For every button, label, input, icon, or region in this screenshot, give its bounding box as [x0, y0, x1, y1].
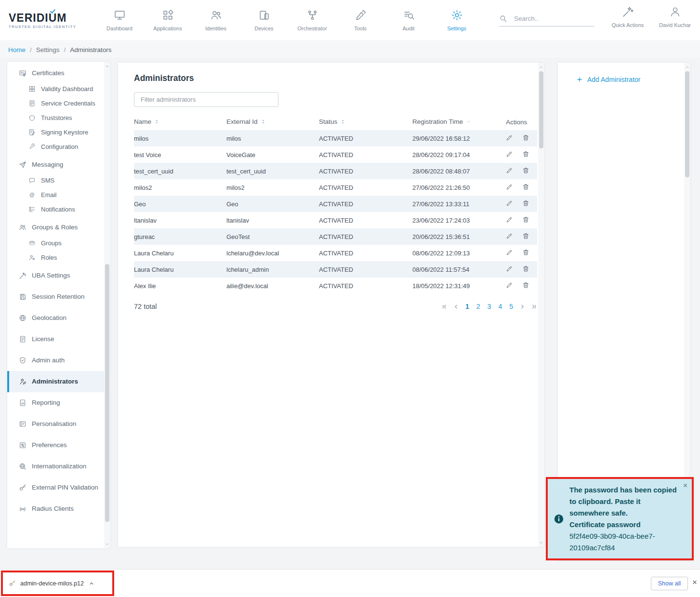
first-page-button[interactable] — [441, 304, 448, 310]
breadcrumb-current: Administrators — [70, 46, 111, 53]
sidebar-item-administrators[interactable]: Administrators — [7, 371, 110, 392]
delete-icon[interactable] — [522, 183, 529, 190]
nav-item-dashboard[interactable]: Dashboard — [102, 9, 137, 31]
edit-icon[interactable] — [506, 150, 513, 158]
edit-icon[interactable] — [506, 232, 513, 239]
delete-icon[interactable] — [522, 199, 529, 207]
scrollbar-thumb[interactable] — [539, 71, 543, 148]
column-header-status[interactable]: Status — [319, 114, 412, 130]
user-menu[interactable]: David Kuchar — [658, 6, 692, 28]
delete-icon[interactable] — [522, 249, 529, 256]
last-page-button[interactable] — [531, 304, 537, 310]
scroll-down-icon[interactable] — [104, 541, 110, 547]
toast-close-icon[interactable]: × — [683, 482, 687, 490]
nav-item-tools[interactable]: Tools — [343, 9, 378, 31]
sidebar-item-groups[interactable]: Groups — [7, 236, 110, 251]
sidebar-item-radius-clients[interactable]: Radius Clients — [7, 498, 110, 519]
sidebar-item-notifications[interactable]: Notifications — [7, 202, 110, 217]
sidebar-item-session-retention[interactable]: Session Retention — [7, 286, 110, 307]
nav-item-orchestrator[interactable]: Orchestrator — [295, 9, 330, 31]
sidebar-item-uba-settings[interactable]: UBA Settings — [7, 265, 110, 286]
sidebar-item-service-credentials[interactable]: Service Credentials — [7, 96, 110, 111]
edit-icon[interactable] — [506, 249, 513, 256]
certificate-file-icon — [9, 580, 16, 587]
sidebar-item-configuration[interactable]: Configuration — [7, 140, 110, 154]
nav-item-applications[interactable]: Applications — [150, 9, 185, 31]
show-all-downloads-button[interactable]: Show all — [651, 577, 688, 590]
edit-icon[interactable] — [506, 281, 513, 289]
delete-icon[interactable] — [522, 216, 529, 223]
quick-actions-button[interactable]: Quick Actions — [610, 6, 645, 28]
scrollbar-thumb[interactable] — [105, 264, 109, 522]
filter-administrators-input[interactable] — [134, 92, 278, 107]
chevron-up-icon[interactable] — [89, 581, 94, 586]
toast-message-text: The password has been copied to clipboar… — [569, 484, 679, 519]
sidebar-item-external-pin-validation[interactable]: External PIN Validation — [7, 477, 110, 498]
sidebar-item-email[interactable]: @Email — [7, 188, 110, 202]
sidebar-item-validity-dashboard[interactable]: Validity Dashboard — [7, 82, 110, 96]
sidebar-item-preferences[interactable]: Preferences — [7, 435, 110, 456]
edit-icon[interactable] — [506, 216, 513, 223]
cell-registration-time: 28/06/2022 09:17:04 — [412, 146, 506, 163]
add-administrator-button[interactable]: Add Administrator — [576, 76, 690, 83]
edit-icon[interactable] — [506, 134, 513, 141]
sidebar-item-sms[interactable]: SMS — [7, 173, 110, 188]
edit-icon[interactable] — [506, 199, 513, 207]
downloaded-file-chip[interactable]: admin-device-milos.p12 — [3, 580, 112, 587]
nav-item-label: Dashboard — [106, 26, 132, 31]
search-input[interactable] — [513, 14, 585, 23]
page-button-2[interactable]: 2 — [475, 303, 481, 310]
cell-name: milos — [134, 130, 226, 146]
next-page-button[interactable] — [519, 304, 526, 310]
sidebar-item-admin-auth[interactable]: Admin auth — [7, 350, 110, 371]
download-bar-close-icon[interactable]: × — [692, 578, 697, 586]
info-icon — [554, 514, 564, 524]
edit-icon[interactable] — [506, 167, 513, 174]
scroll-down-icon[interactable] — [538, 539, 544, 546]
sidebar-item-internationalization[interactable]: Internationalization — [7, 456, 110, 477]
sidebar-item-roles[interactable]: Roles — [7, 251, 110, 265]
delete-icon[interactable] — [522, 281, 529, 289]
sidebar-item-truststores[interactable]: Truststores — [7, 111, 110, 125]
sidebar-item-personalisation[interactable]: Personalisation — [7, 413, 110, 435]
delete-icon[interactable] — [522, 167, 529, 174]
breadcrumb-home-link[interactable]: Home — [8, 46, 26, 53]
sidebar-item-reporting[interactable]: Reporting — [7, 392, 110, 413]
page-button-3[interactable]: 3 — [487, 303, 492, 310]
column-header-registration-time[interactable]: Registration Time — [412, 114, 506, 130]
edit-icon[interactable] — [506, 183, 513, 190]
nav-item-devices[interactable]: Devices — [247, 9, 281, 31]
breadcrumb-settings[interactable]: Settings — [36, 46, 60, 53]
delete-icon[interactable] — [522, 232, 529, 239]
table-row: ltanislavltanislavACTIVATED23/06/2022 17… — [134, 212, 537, 228]
nav-item-settings[interactable]: Settings — [439, 9, 474, 31]
sidebar-item-license[interactable]: License — [7, 329, 110, 350]
sidebar-item-messaging[interactable]: Messaging — [7, 156, 110, 173]
page-button-5[interactable]: 5 — [508, 303, 514, 310]
delete-icon[interactable] — [522, 150, 529, 158]
previous-page-button[interactable] — [453, 304, 459, 310]
scrollbar-thumb[interactable] — [685, 71, 689, 177]
veridium-logo[interactable]: VERIDIUM TRUSTED DIGITAL IDENTITY — [9, 12, 89, 29]
edit-icon[interactable] — [506, 265, 513, 272]
scroll-up-icon[interactable] — [104, 63, 110, 69]
nav-item-audit[interactable]: Audit — [391, 9, 426, 31]
page-button-4[interactable]: 4 — [497, 303, 503, 310]
sidebar-item-groups-roles[interactable]: Groups & Roles — [7, 219, 110, 236]
sidebar-item-certificates[interactable]: Certificates — [7, 65, 110, 82]
column-label: Registration Time — [412, 118, 463, 125]
delete-icon[interactable] — [522, 265, 529, 272]
page-button-1[interactable]: 1 — [464, 303, 470, 310]
sidebar-scrollbar[interactable] — [104, 62, 110, 548]
sidebar-item-signing-keystore[interactable]: Signing Keystore — [7, 125, 110, 140]
nav-item-identities[interactable]: Identities — [198, 9, 233, 31]
delete-icon[interactable] — [522, 134, 529, 141]
main-scrollbar[interactable] — [538, 63, 544, 547]
column-header-name[interactable]: Name — [134, 114, 226, 130]
page-title: Administrators — [134, 73, 537, 83]
cell-status: ACTIVATED — [319, 228, 412, 245]
sidebar-item-geolocation[interactable]: Geolocation — [7, 307, 110, 329]
scroll-up-icon[interactable] — [684, 64, 690, 70]
column-header-external-id[interactable]: External Id — [226, 114, 319, 130]
scroll-up-icon[interactable] — [538, 64, 544, 70]
